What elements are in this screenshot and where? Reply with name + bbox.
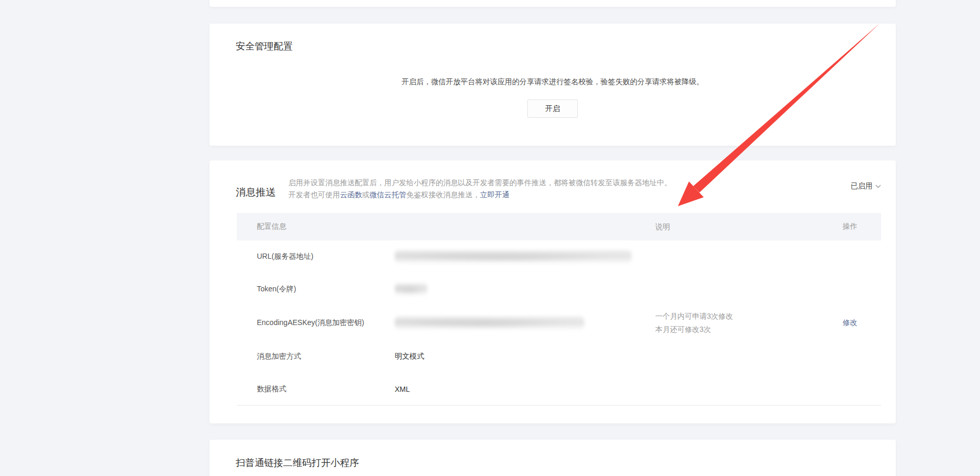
cloud-hosting-link[interactable]: 微信云托管	[369, 190, 406, 199]
security-config-card: 安全管理配置 开启后，微信开放平台将对该应用的分享请求进行签名校验，验签失败的分…	[209, 24, 896, 146]
redacted-token-value	[395, 283, 427, 296]
header-action: 操作	[843, 222, 881, 231]
message-push-description: 启用并设置消息推送配置后，用户发给小程序的消息以及开发者需要的事件推送，都将被微…	[288, 177, 672, 201]
push-desc-line1: 启用并设置消息推送配置后，用户发给小程序的消息以及开发者需要的事件推送，都将被微…	[288, 177, 672, 189]
row-label: 消息加密方式	[237, 352, 395, 361]
note-line1: 一个月内可申请3次修改	[655, 310, 843, 323]
row-label: Token(令牌)	[237, 285, 395, 294]
row-label: 数据格式	[237, 384, 395, 394]
activate-now-link[interactable]: 立即开通	[480, 190, 509, 199]
header-config-info: 配置信息	[237, 222, 395, 231]
row-label: URL(服务器地址)	[237, 252, 395, 261]
push-desc-prefix: 开发者也可使用	[288, 190, 340, 199]
table-row-url: URL(服务器地址)	[237, 240, 881, 273]
cloud-function-link[interactable]: 云函数	[340, 190, 362, 199]
security-card-description: 开启后，微信开放平台将对该应用的分享请求进行签名校验，验签失败的分享请求将被降级…	[209, 77, 896, 87]
note-line2: 本月还可修改3次	[655, 323, 843, 336]
redacted-url-value	[395, 250, 632, 264]
config-table: 配置信息 说明 操作 URL(服务器地址) Token(令牌) Encoding…	[237, 213, 881, 406]
message-push-card: 消息推送 启用并设置消息推送配置后，用户发给小程序的消息以及开发者需要的事件推送…	[209, 160, 896, 423]
message-push-title: 消息推送	[236, 186, 276, 199]
header-note: 说明	[655, 220, 843, 234]
aeskey-note: 一个月内可申请3次修改 本月还可修改3次	[655, 310, 843, 336]
row-value: XML	[395, 385, 655, 393]
row-value: 明文模式	[395, 352, 655, 361]
table-row-data-format: 数据格式 XML	[237, 373, 881, 406]
table-row-token: Token(令牌)	[237, 273, 881, 306]
enable-button[interactable]: 开启	[527, 99, 578, 118]
status-label: 已启用	[851, 181, 873, 191]
table-row-encrypt-mode: 消息加密方式 明文模式	[237, 340, 881, 373]
push-desc-suffix: 免鉴权接收消息推送，	[406, 190, 480, 199]
push-desc-or: 或	[362, 190, 369, 199]
table-header-row: 配置信息 说明 操作	[237, 213, 881, 240]
table-row-aeskey: EncodingAESKey(消息加密密钥) 一个月内可申请3次修改 本月还可修…	[237, 306, 881, 340]
qr-card-title: 扫普通链接二维码打开小程序	[236, 457, 359, 469]
status-dropdown[interactable]: 已启用	[851, 181, 881, 191]
redacted-aeskey-value	[395, 316, 584, 330]
previous-card-bottom	[209, 0, 896, 7]
security-card-title: 安全管理配置	[236, 40, 293, 53]
qr-link-card: 扫普通链接二维码打开小程序	[209, 440, 896, 476]
row-label: EncodingAESKey(消息加密密钥)	[237, 318, 395, 328]
chevron-down-icon	[875, 185, 881, 188]
push-desc-line2: 开发者也可使用云函数或微信云托管免鉴权接收消息推送，立即开通	[288, 189, 672, 201]
modify-link[interactable]: 修改	[843, 318, 857, 327]
